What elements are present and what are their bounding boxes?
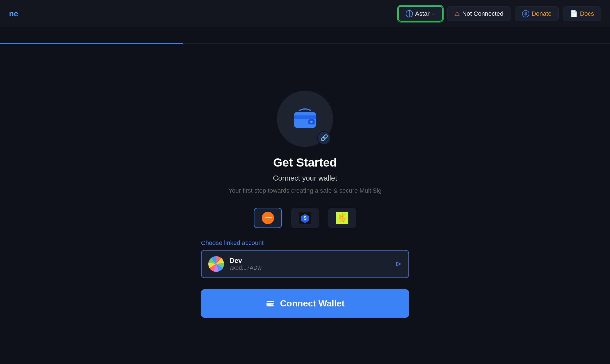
warning-icon: ⚠ <box>454 10 460 17</box>
subwallet-icon: S <box>299 212 311 224</box>
get-started-card: 🔗 Get Started Connect your wallet Your f… <box>201 91 409 318</box>
connection-status-button[interactable]: ⚠ Not Connected <box>447 6 510 21</box>
connect-wallet-button[interactable]: Connect Wallet <box>201 289 409 318</box>
wallet-option-polkadot[interactable]: ⸻ <box>254 208 282 228</box>
header: ne Astar ⌄ ⚠ Not Connected $ Donate 📄 Do… <box>0 0 610 27</box>
link-icon: 🔗 <box>320 134 328 142</box>
wallet-options: ⸻ S 🖐 <box>254 208 356 228</box>
talisman-icon: 🖐 <box>336 212 348 224</box>
account-info: Dev axod...7ADw <box>230 257 390 271</box>
globe-icon <box>406 10 413 17</box>
main-content: 🔗 Get Started Connect your wallet Your f… <box>0 44 610 364</box>
connect-wallet-label: Connect Wallet <box>280 298 345 309</box>
get-started-title: Get Started <box>273 156 337 169</box>
wallet-icon <box>291 105 319 133</box>
account-address: axod...7ADw <box>230 265 390 271</box>
connection-status-label: Not Connected <box>462 10 503 17</box>
polkadot-icon: ⸻ <box>262 212 274 224</box>
wallet-option-talisman[interactable]: 🖐 <box>328 208 356 228</box>
network-label: Astar <box>415 10 430 17</box>
account-avatar <box>208 256 224 272</box>
account-selector[interactable]: Dev axod...7ADw ⊳ <box>201 250 409 278</box>
chevron-down-icon: ⌄ <box>432 12 435 16</box>
donate-button[interactable]: $ Donate <box>515 6 559 21</box>
docs-label: Docs <box>580 10 594 17</box>
doc-icon: 📄 <box>570 10 578 17</box>
progress-area <box>0 27 610 44</box>
dollar-icon: $ <box>522 10 529 17</box>
svg-point-9 <box>272 304 273 305</box>
svg-text:S: S <box>304 216 307 220</box>
wallet-icon-wrapper: 🔗 <box>277 91 333 147</box>
account-name: Dev <box>230 257 390 265</box>
network-selector-button[interactable]: Astar ⌄ <box>398 6 443 22</box>
donate-label: Donate <box>532 10 552 17</box>
wallet-option-subwallet[interactable]: S <box>291 208 319 228</box>
description: Your first step towards creating a safe … <box>229 187 382 194</box>
header-actions: Astar ⌄ ⚠ Not Connected $ Donate 📄 Docs <box>398 6 601 22</box>
svg-rect-1 <box>294 115 316 119</box>
brand-logo: ne <box>9 9 18 18</box>
choose-account-label: Choose linked account <box>201 239 409 247</box>
subtitle: Connect your wallet <box>273 174 337 183</box>
connect-wallet-button-icon <box>265 298 275 308</box>
svg-rect-7 <box>266 302 274 303</box>
svg-point-3 <box>310 121 313 123</box>
docs-button[interactable]: 📄 Docs <box>563 6 601 21</box>
account-chevron-icon: ⊳ <box>396 260 402 268</box>
badge-circle: 🔗 <box>317 131 331 145</box>
